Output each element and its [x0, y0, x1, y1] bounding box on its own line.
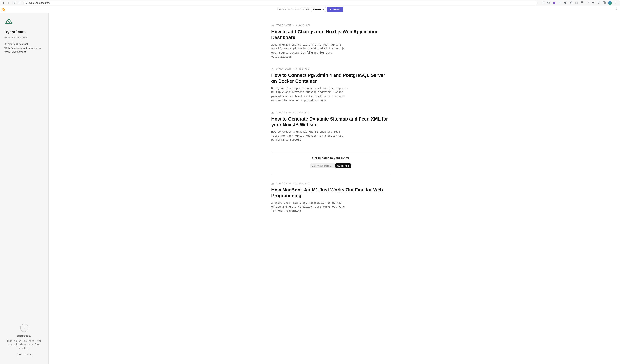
subscribe-form: Subscribe [271, 163, 390, 168]
close-icon[interactable] [615, 8, 618, 11]
article-time-ago: 8 DAYS AGO [295, 24, 310, 27]
back-icon[interactable] [1, 1, 5, 5]
update-frequency: UPDATES MONTHLY [4, 36, 44, 39]
subscribe-button[interactable]: Subscribe [335, 163, 352, 168]
svg-marker-1 [547, 1, 550, 4]
subscribe-section: Get updates to your inboxSubscribe [271, 151, 390, 175]
plus-icon [329, 8, 332, 11]
article-meta: DYKRAF.COM•3 MON AGO [271, 68, 390, 70]
avatar[interactable] [608, 1, 612, 5]
content-area: DYKRAF.COM•8 DAYS AGOHow to add Chart.js… [48, 13, 620, 364]
bullet-separator: • [292, 111, 294, 114]
chevron-down-icon[interactable] [586, 1, 589, 4]
article-excerpt: A story about how I got MacBook Air in m… [271, 201, 349, 213]
follow-label: FOLLOW THIS FEED WITH [277, 8, 309, 11]
extension-icon-3[interactable] [564, 1, 567, 4]
site-description: Web Developer writes topics on Web Devel… [4, 46, 44, 54]
chrome-actions [540, 1, 619, 5]
bookmark-star-icon[interactable] [547, 1, 550, 4]
article-title[interactable]: How to add Chart.js into Nuxt.js Web App… [271, 29, 390, 41]
subscribe-title: Get updates to your inbox [271, 156, 390, 160]
article-item: DYKRAF.COM•4 MON AGOHow to Generate Dyna… [271, 111, 390, 142]
article-excerpt: Doing Web Development on a local machine… [271, 86, 349, 102]
extension-icon[interactable] [553, 1, 556, 4]
kebab-menu-icon[interactable] [614, 1, 617, 4]
follow-bar: FOLLOW THIS FEED WITH Feeder Follow [0, 6, 620, 13]
svg-rect-12 [603, 2, 605, 4]
email-input[interactable] [310, 163, 337, 168]
forward-icon[interactable] [7, 1, 10, 5]
svg-rect-2 [559, 2, 561, 4]
main-layout: Dykraf.com UPDATES MONTHLY dykraf.com/bl… [0, 13, 620, 364]
svg-point-4 [570, 2, 571, 3]
site-link[interactable]: dykraf.com/blog [4, 42, 44, 45]
url-text: dykraf.com/feed.xml [29, 1, 50, 4]
bullet-separator: • [292, 24, 294, 27]
article-source: DYKRAF.COM [276, 68, 291, 70]
article-item: DYKRAF.COM•3 MON AGOHow to Connect PgAdm… [271, 68, 390, 102]
playlist-icon[interactable] [597, 1, 600, 4]
browser-toolbar: dykraf.com/feed.xml [0, 0, 620, 6]
article-meta: DYKRAF.COM•4 MON AGO [271, 111, 390, 114]
info-box: i What's this? This is an RSS feed. You … [4, 320, 44, 360]
svg-point-3 [564, 2, 566, 4]
article-title[interactable]: How to Generate Dynamic Sitemap and Feed… [271, 116, 390, 128]
article-time-ago: 4 MON AGO [295, 182, 309, 185]
article-time-ago: 4 MON AGO [295, 111, 309, 114]
feed-reader-select[interactable]: Feeder [311, 7, 326, 12]
article-source: DYKRAF.COM [276, 111, 291, 114]
extension-icon-2[interactable] [558, 1, 561, 4]
svg-rect-5 [575, 2, 576, 3]
article-excerpt: How to create a dynamic XML sitemap and … [271, 130, 349, 142]
article-meta: DYKRAF.COM•4 MON AGO [271, 182, 390, 185]
svg-point-16 [616, 3, 616, 4]
article-meta: DYKRAF.COM•8 DAYS AGO [271, 24, 390, 27]
lock-icon [25, 2, 28, 4]
follow-button-label: Follow [333, 8, 340, 11]
camera-icon[interactable] [569, 1, 573, 4]
site-title: Dykraf.com [4, 30, 44, 34]
share-icon[interactable] [542, 1, 545, 4]
info-heading: What's this? [4, 334, 44, 337]
bullet-separator: • [292, 68, 294, 70]
info-text: This is an RSS feed. You can add them to… [4, 339, 44, 350]
info-icon: i [20, 324, 28, 332]
learn-more-link[interactable]: Learn more [17, 353, 31, 356]
svg-rect-8 [582, 2, 583, 3]
article-item: DYKRAF.COM•8 DAYS AGOHow to add Chart.js… [271, 24, 390, 59]
article-excerpt: Adding Graph Charts Library into your Nu… [271, 43, 349, 59]
puzzle-icon[interactable] [591, 1, 595, 4]
extension-icon-4[interactable] [575, 1, 578, 4]
article-source: DYKRAF.COM [276, 24, 291, 27]
svg-rect-7 [581, 2, 582, 3]
article-title[interactable]: How to Connect PgAdmin 4 and PostgreSQL … [271, 72, 390, 84]
sidebar: Dykraf.com UPDATES MONTHLY dykraf.com/bl… [0, 13, 48, 364]
article-item: DYKRAF.COM•4 MON AGOHow MacBook Air M1 J… [271, 182, 390, 213]
rss-icon [2, 7, 6, 12]
follow-button[interactable]: Follow [327, 7, 343, 12]
svg-point-14 [616, 2, 616, 2]
panel-icon[interactable] [603, 1, 606, 4]
url-bar[interactable]: dykraf.com/feed.xml [23, 1, 538, 5]
home-icon[interactable] [17, 1, 21, 5]
extension-icon-5[interactable] [580, 1, 584, 4]
bullet-separator: • [292, 182, 294, 185]
reload-icon[interactable] [12, 1, 16, 5]
article-source: DYKRAF.COM [276, 182, 291, 185]
article-title[interactable]: How MacBook Air M1 Just Works Out Fine f… [271, 187, 390, 199]
svg-rect-6 [577, 2, 577, 3]
site-logo [4, 17, 13, 24]
article-time-ago: 3 MON AGO [295, 68, 309, 70]
svg-point-15 [616, 2, 616, 3]
